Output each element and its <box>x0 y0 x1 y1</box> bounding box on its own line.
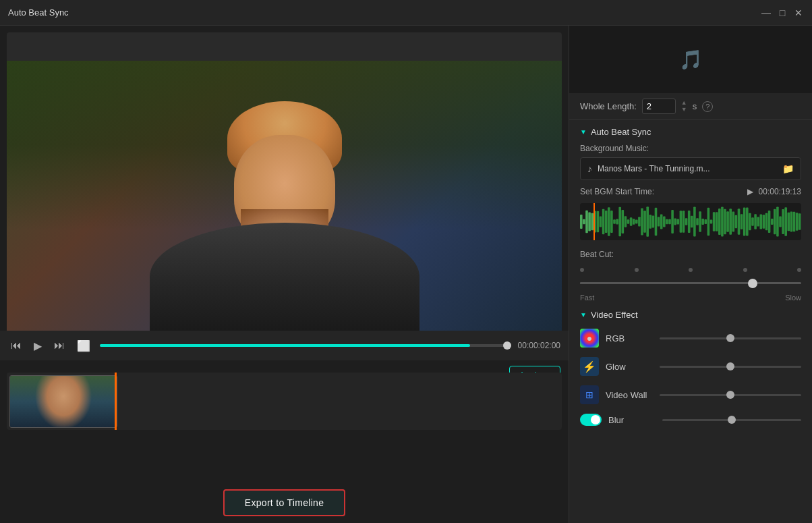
svg-rect-55 <box>729 209 732 235</box>
svg-rect-57 <box>735 215 738 229</box>
svg-rect-2 <box>583 219 585 225</box>
svg-rect-8 <box>600 216 602 227</box>
svg-rect-48 <box>710 219 713 223</box>
svg-rect-61 <box>746 208 749 236</box>
close-button[interactable]: ✕ <box>793 7 804 18</box>
blur-thumb[interactable] <box>728 416 736 424</box>
glow-thumb[interactable] <box>726 362 734 370</box>
beat-cut-label: Beat Cut: <box>569 247 812 263</box>
music-track-name: Manos Mars - The Tunning.m... <box>598 164 777 173</box>
svg-rect-67 <box>763 215 765 229</box>
help-icon[interactable]: ? <box>702 101 713 112</box>
auto-beat-sync-header[interactable]: ▼ Auto Beat Sync <box>569 120 812 141</box>
glow-slider[interactable] <box>660 366 801 368</box>
auto-beat-sync-title: Auto Beat Sync <box>591 127 651 137</box>
svg-rect-50 <box>716 212 718 231</box>
effect-row-rgb: ● RGB <box>569 324 812 352</box>
svg-rect-11 <box>608 207 610 236</box>
svg-rect-39 <box>685 218 688 225</box>
play-button[interactable]: ▶ <box>31 338 45 354</box>
svg-rect-49 <box>713 212 716 231</box>
svg-rect-64 <box>754 214 757 229</box>
beat-dot-3 <box>689 268 693 272</box>
rgb-label: RGB <box>606 333 653 343</box>
svg-rect-30 <box>660 215 663 229</box>
svg-rect-52 <box>721 207 724 236</box>
blur-slider[interactable] <box>662 419 801 421</box>
svg-rect-35 <box>674 219 676 225</box>
svg-rect-16 <box>622 210 625 233</box>
spin-arrows[interactable]: ▲ ▼ <box>681 100 687 113</box>
beat-slider-thumb[interactable] <box>748 279 757 288</box>
svg-rect-53 <box>724 209 726 235</box>
time-display: 00:00:02:00 <box>518 341 560 350</box>
rgb-icon: ● <box>580 329 599 348</box>
svg-rect-44 <box>699 211 701 231</box>
whole-length-row: Whole Length: ▲ ▼ s ? <box>569 93 812 120</box>
export-to-timeline-button[interactable]: Export to Timeline <box>223 489 345 516</box>
timeline-area: Analyze <box>0 360 569 483</box>
stop-button[interactable]: ⬜ <box>74 338 93 354</box>
music-note-icon: ♪ <box>587 163 592 174</box>
svg-rect-3 <box>585 211 588 233</box>
right-panel: 🎵 Whole Length: ▲ ▼ s ? ▼ Auto Beat Sync… <box>569 26 812 523</box>
svg-rect-14 <box>616 219 618 225</box>
beat-dot-5 <box>797 268 801 272</box>
svg-rect-25 <box>646 207 649 237</box>
svg-rect-46 <box>705 219 707 224</box>
rgb-thumb[interactable] <box>726 334 734 342</box>
folder-icon[interactable]: 📁 <box>782 163 794 174</box>
maximize-button[interactable]: □ <box>777 7 788 18</box>
bgm-row: Set BGM Start Time: ▶ 00:00:19:13 <box>569 180 812 200</box>
svg-rect-66 <box>760 215 763 229</box>
videowall-thumb[interactable] <box>726 391 734 399</box>
music-thumbnail-area: 🎵 <box>569 26 812 93</box>
svg-rect-40 <box>688 211 691 233</box>
svg-rect-34 <box>671 210 674 233</box>
title-bar: Auto Beat Sync — □ ✕ <box>0 0 812 26</box>
svg-rect-37 <box>680 211 683 232</box>
svg-rect-4 <box>588 212 591 231</box>
svg-rect-79 <box>796 213 799 231</box>
section-arrow-icon: ▼ <box>580 128 587 136</box>
svg-rect-13 <box>613 219 616 223</box>
spin-down[interactable]: ▼ <box>681 107 687 113</box>
spin-up[interactable]: ▲ <box>681 100 687 106</box>
svg-rect-68 <box>765 213 768 230</box>
svg-rect-59 <box>741 214 743 229</box>
beat-slider-track[interactable] <box>580 282 801 284</box>
video-effect-header[interactable]: ▼ Video Effect <box>569 303 812 324</box>
svg-rect-51 <box>718 209 721 235</box>
svg-rect-62 <box>749 213 751 230</box>
svg-rect-75 <box>784 207 787 236</box>
svg-rect-36 <box>677 219 680 225</box>
waveform-container[interactable]: // We'll create bars via inline SVG <box>580 203 801 240</box>
skip-forward-button[interactable]: ⏭ <box>51 338 67 353</box>
app-title: Auto Beat Sync <box>8 7 69 18</box>
svg-rect-28 <box>655 208 658 236</box>
minimize-button[interactable]: — <box>761 7 772 18</box>
blur-label: Blur <box>608 415 656 425</box>
blur-toggle[interactable] <box>580 414 602 426</box>
svg-rect-19 <box>630 217 633 226</box>
svg-rect-10 <box>605 211 608 233</box>
videowall-slider[interactable] <box>660 394 801 396</box>
bgm-time: 00:00:19:13 <box>759 187 801 196</box>
skip-back-button[interactable]: ⏮ <box>8 338 24 353</box>
svg-rect-23 <box>641 208 643 235</box>
svg-rect-22 <box>638 217 641 227</box>
svg-rect-18 <box>627 219 630 223</box>
bgm-play-icon[interactable]: ▶ <box>747 187 753 196</box>
svg-rect-31 <box>663 216 666 227</box>
svg-rect-32 <box>666 219 668 225</box>
progress-bar[interactable] <box>100 344 511 347</box>
svg-rect-33 <box>668 219 671 225</box>
svg-rect-43 <box>696 218 699 225</box>
beat-labels: Fast Slow <box>569 292 812 303</box>
rgb-slider[interactable] <box>660 337 801 339</box>
svg-rect-17 <box>625 216 627 227</box>
svg-rect-58 <box>738 209 741 235</box>
glow-label: Glow <box>606 362 653 372</box>
whole-length-input[interactable] <box>642 99 676 114</box>
svg-rect-74 <box>782 209 784 234</box>
